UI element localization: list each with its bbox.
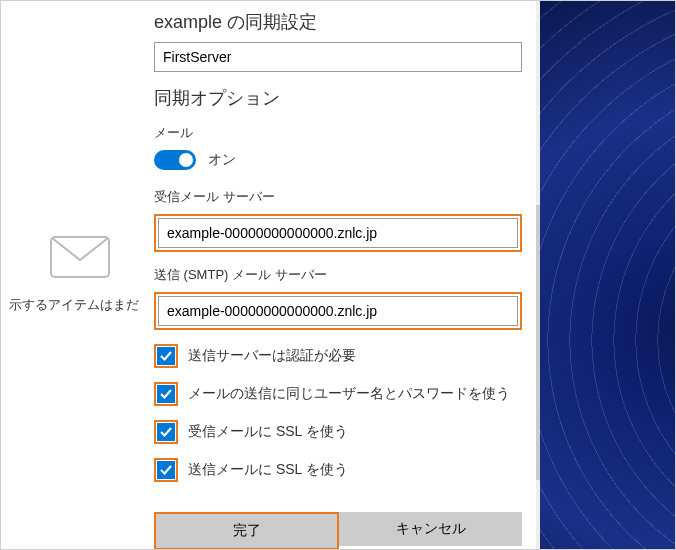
checkbox-highlight (154, 382, 178, 406)
dialog-button-row: 完了 キャンセル (154, 512, 522, 550)
outgoing-server-input[interactable] (158, 296, 518, 326)
auth-required-checkbox[interactable] (157, 347, 175, 365)
incoming-ssl-label: 受信メールに SSL を使う (188, 423, 348, 441)
checkbox-highlight (154, 344, 178, 368)
cancel-button[interactable]: キャンセル (339, 512, 522, 546)
outgoing-server-highlight (154, 292, 522, 330)
outgoing-server-label: 送信 (SMTP) メール サーバー (154, 266, 522, 284)
mail-toggle[interactable] (154, 150, 196, 170)
sync-settings-dialog: example の同期設定 同期オプション メール オン 受信メール サーバー … (140, 0, 536, 550)
sync-options-heading: 同期オプション (154, 86, 522, 110)
incoming-server-highlight (154, 214, 522, 252)
checkbox-highlight (154, 420, 178, 444)
same-credentials-checkbox[interactable] (157, 385, 175, 403)
done-button[interactable]: 完了 (156, 514, 337, 548)
dialog-title: example の同期設定 (154, 10, 522, 34)
background-right-panel (540, 0, 676, 550)
outgoing-ssl-label: 送信メールに SSL を使う (188, 461, 348, 479)
incoming-ssl-checkbox[interactable] (157, 423, 175, 441)
mail-toggle-state: オン (208, 151, 236, 169)
empty-state-text: 示するアイテムはまだあ (9, 296, 152, 314)
outgoing-ssl-checkbox[interactable] (157, 461, 175, 479)
toggle-knob (179, 153, 193, 167)
auth-required-label: 送信サーバーは認証が必要 (188, 347, 356, 365)
background-left-panel: 示するアイテムはまだあ (0, 0, 160, 550)
same-credentials-label: メールの送信に同じユーザー名とパスワードを使う (188, 385, 510, 403)
account-name-input[interactable] (154, 42, 522, 72)
done-button-highlight: 完了 (154, 512, 339, 550)
incoming-server-label: 受信メール サーバー (154, 188, 522, 206)
envelope-icon (50, 236, 110, 278)
incoming-server-input[interactable] (158, 218, 518, 248)
checkbox-highlight (154, 458, 178, 482)
mail-label: メール (154, 124, 522, 142)
